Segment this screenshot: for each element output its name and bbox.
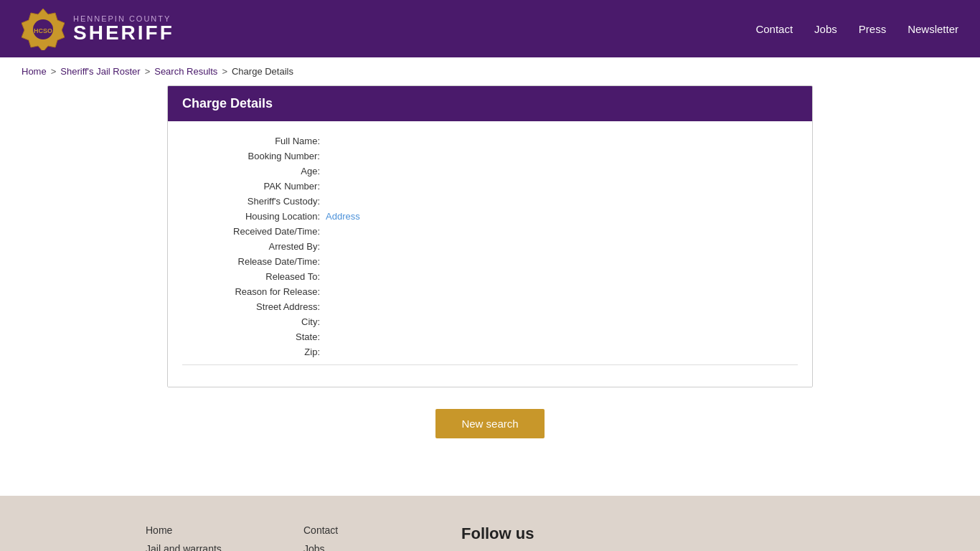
breadcrumb-sep-1: > [51,66,57,77]
nav-press[interactable]: Press [859,23,886,35]
row-zip: Zip: [182,347,798,357]
row-booking-number: Booking Number: [182,151,798,161]
label-age: Age: [182,166,326,176]
value-arrested-by [326,241,469,252]
value-booking-number [326,151,469,161]
label-full-name: Full Name: [182,136,326,146]
site-header: HCSO HENNEPIN COUNTY SHERIFF Contact Job… [0,0,980,57]
new-search-button[interactable]: New search [435,409,544,438]
card-header: Charge Details [168,86,812,121]
card-title: Charge Details [182,96,798,111]
footer-social: Follow us [461,524,579,551]
row-street-address: Street Address: [182,301,798,312]
value-city [326,316,469,327]
main-nav: Contact Jobs Press Newsletter [755,23,958,35]
row-arrested-by: Arrested By: [182,241,798,252]
footer-inner: Home Jail and warrants Permits and servi… [146,524,834,551]
label-state: State: [182,331,326,342]
value-received-date [326,226,469,237]
row-release-date: Release Date/Time: [182,256,798,267]
label-sheriffs-custody: Sheriff's Custody: [182,196,326,207]
logo-area: HCSO HENNEPIN COUNTY SHERIFF [22,7,174,50]
breadcrumb-jail-roster[interactable]: Sheriff's Jail Roster [60,66,140,77]
logo-text: HENNEPIN COUNTY SHERIFF [73,14,174,43]
breadcrumb-home[interactable]: Home [22,66,47,77]
breadcrumb-current: Charge Details [232,66,293,77]
value-housing-location-link[interactable]: Address [326,211,469,222]
label-reason-release: Reason for Release: [182,286,326,297]
label-housing-location: Housing Location: [182,211,326,222]
label-received-date: Received Date/Time: [182,226,326,237]
value-sheriffs-custody [326,196,469,207]
card-divider [182,364,798,365]
value-released-to [326,271,469,282]
footer-col-2: Contact Jobs Press [303,524,418,551]
row-full-name: Full Name: [182,136,798,146]
row-received-date: Received Date/Time: [182,226,798,237]
label-booking-number: Booking Number: [182,151,326,161]
breadcrumb-sep-2: > [145,66,151,77]
label-released-to: Released To: [182,271,326,282]
card-body: Full Name: Booking Number: Age: PAK Numb… [168,121,812,387]
value-full-name [326,136,469,146]
label-city: City: [182,316,326,327]
breadcrumb-search-results[interactable]: Search Results [154,66,217,77]
value-street-address [326,301,469,312]
row-housing-location: Housing Location: Address [182,211,798,222]
sheriff-badge-icon: HCSO [22,7,65,50]
value-zip [326,347,469,357]
value-state [326,331,469,342]
row-state: State: [182,331,798,342]
nav-jobs[interactable]: Jobs [814,23,837,35]
value-reason-release [326,286,469,297]
main-content: Charge Details Full Name: Booking Number… [146,85,834,496]
row-released-to: Released To: [182,271,798,282]
charge-details-card: Charge Details Full Name: Booking Number… [167,85,813,387]
label-pak-number: PAK Number: [182,181,326,192]
label-street-address: Street Address: [182,301,326,312]
search-btn-area: New search [167,409,813,438]
value-age [326,166,469,176]
footer-link-jobs[interactable]: Jobs [303,543,418,551]
value-pak-number [326,181,469,192]
nav-newsletter[interactable]: Newsletter [908,23,958,35]
svg-text:HCSO: HCSO [34,27,52,34]
row-city: City: [182,316,798,327]
label-zip: Zip: [182,347,326,357]
row-sheriffs-custody: Sheriff's Custody: [182,196,798,207]
label-release-date: Release Date/Time: [182,256,326,267]
nav-contact[interactable]: Contact [755,23,793,35]
footer-link-jail[interactable]: Jail and warrants [146,543,260,551]
footer-link-home[interactable]: Home [146,524,260,536]
breadcrumb-sep-3: > [222,66,227,77]
label-arrested-by: Arrested By: [182,241,326,252]
value-release-date [326,256,469,267]
row-pak-number: PAK Number: [182,181,798,192]
site-footer: Home Jail and warrants Permits and servi… [0,496,980,551]
sheriff-label: SHERIFF [73,23,174,43]
footer-link-contact[interactable]: Contact [303,524,418,536]
row-age: Age: [182,166,798,176]
breadcrumb: Home > Sheriff's Jail Roster > Search Re… [0,57,980,85]
follow-us-heading: Follow us [461,524,579,543]
row-reason-release: Reason for Release: [182,286,798,297]
footer-col-1: Home Jail and warrants Permits and servi… [146,524,260,551]
